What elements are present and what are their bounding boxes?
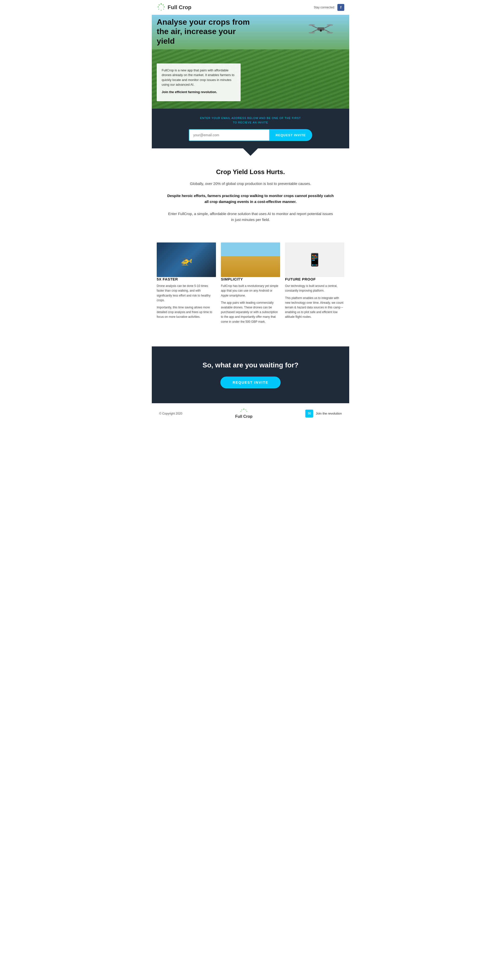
feature-future-image	[285, 242, 344, 277]
hero-card-text: FullCrop is a new app that pairs with af…	[162, 68, 236, 87]
features-grid: 5X FASTER Drone analysis can be done 5-1…	[157, 242, 344, 327]
footer-logo: Full Crop	[235, 408, 252, 419]
hero-section: Analyse your crops from the air, increas…	[152, 15, 349, 109]
yield-solution: Enter FullCrop, a simple, affordable dro…	[166, 211, 335, 223]
feature-future: FUTURE PROOF Our technology is built aro…	[285, 242, 344, 327]
yield-heading: Crop Yield Loss Hurts.	[166, 168, 335, 176]
cta-request-invite-button[interactable]: REQUEST INVITE	[220, 377, 281, 388]
feature-future-text2: This platform enables us to integrate wi…	[285, 296, 344, 320]
facebook-button[interactable]: f	[338, 4, 344, 11]
yield-stat: Globally, over 20% of global crop produc…	[166, 181, 335, 187]
email-tagline-highlight: INVITE	[258, 121, 268, 124]
svg-point-3	[163, 9, 164, 10]
email-tagline-line1: ENTER YOUR EMAIL ADDRESS BELOW AND BE ON…	[200, 116, 301, 119]
footer-logo-icon	[239, 408, 249, 413]
svg-point-6	[159, 9, 159, 10]
svg-point-22	[242, 409, 243, 410]
footer-join-label: Join the revolution	[316, 412, 342, 415]
header: Full Crop Stay connected: f	[152, 0, 349, 15]
logo-text: Full Crop	[168, 4, 192, 11]
email-section: ENTER YOUR EMAIL ADDRESS BELOW AND BE ON…	[152, 109, 349, 148]
feature-faster-text1: Drone analysis can be done 5-10 times fa…	[157, 284, 216, 303]
footer: © Copyright 2020 Full Crop ✉ Join the re…	[152, 403, 349, 424]
svg-point-2	[163, 6, 165, 7]
svg-point-4	[159, 5, 160, 5]
feature-simplicity-image	[221, 242, 280, 277]
arrow-down-icon	[243, 148, 258, 156]
feature-future-text1: Our technology is built around a central…	[285, 284, 344, 293]
svg-point-15	[309, 32, 315, 33]
svg-point-5	[158, 6, 159, 7]
svg-point-19	[243, 409, 244, 410]
features-section: 5X FASTER Drone analysis can be done 5-1…	[152, 235, 349, 347]
feature-faster-image	[157, 242, 216, 277]
hero-card: FullCrop is a new app that pairs with af…	[157, 64, 241, 102]
svg-point-0	[161, 3, 162, 5]
feature-simplicity-text2: The app pairs with leading commercially …	[221, 301, 280, 324]
email-tagline: ENTER YOUR EMAIL ADDRESS BELOW AND BE ON…	[157, 116, 344, 125]
footer-email-icon: ✉	[305, 410, 313, 418]
header-right: Stay connected: f	[314, 4, 344, 11]
svg-point-13	[309, 24, 315, 26]
svg-point-21	[247, 411, 247, 412]
logo: Full Crop	[157, 3, 192, 12]
feature-future-title: FUTURE PROOF	[285, 277, 344, 281]
svg-point-23	[241, 411, 241, 412]
cta-section: So, what are you waiting for? REQUEST IN…	[152, 347, 349, 403]
yield-challenge: Despite heroic efforts, farmers practici…	[166, 193, 335, 205]
stay-connected-label: Stay connected:	[314, 6, 335, 9]
footer-copyright: © Copyright 2020	[159, 412, 182, 415]
email-tagline-line2: TO RECIEVE AN	[233, 121, 257, 124]
drone-icon	[307, 21, 335, 37]
email-form: REQUEST INVITE	[189, 129, 312, 141]
svg-point-7	[161, 10, 162, 11]
svg-point-14	[327, 24, 333, 26]
footer-logo-text: Full Crop	[235, 414, 252, 419]
svg-point-20	[246, 409, 246, 410]
svg-point-1	[163, 5, 163, 5]
hero-title: Analyse your crops from the air, increas…	[157, 17, 251, 46]
request-invite-button[interactable]: REQUEST INVITE	[269, 129, 312, 141]
feature-faster-text2: Importantly, this time saving allows mor…	[157, 305, 216, 320]
yield-section: Crop Yield Loss Hurts. Globally, over 20…	[152, 156, 349, 235]
feature-faster: 5X FASTER Drone analysis can be done 5-1…	[157, 242, 216, 327]
svg-point-18	[320, 30, 321, 31]
footer-right: ✉ Join the revolution	[305, 410, 342, 418]
feature-simplicity-text1: FullCrop has built a revolutionary yet s…	[221, 284, 280, 298]
feature-simplicity: SIMPLICITY FullCrop has built a revoluti…	[221, 242, 280, 327]
svg-point-16	[327, 32, 333, 33]
cta-heading: So, what are you waiting for?	[157, 361, 344, 369]
logo-icon	[157, 3, 166, 12]
hero-card-cta: Join the efficient farming revolution.	[162, 90, 236, 95]
feature-faster-title: 5X FASTER	[157, 277, 216, 281]
email-input[interactable]	[189, 129, 269, 141]
feature-simplicity-title: SIMPLICITY	[221, 277, 280, 281]
